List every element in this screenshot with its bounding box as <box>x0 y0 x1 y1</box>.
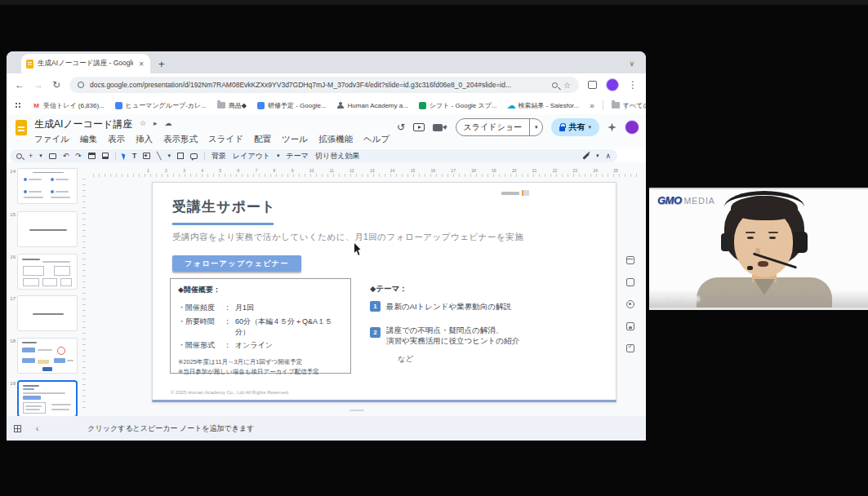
salesforce-cloud-icon: ☁ <box>508 102 515 109</box>
site-info-icon[interactable] <box>78 82 84 88</box>
version-history-icon[interactable]: ↺ <box>397 122 405 133</box>
chrome-menu-icon[interactable]: ⋮ <box>628 79 638 91</box>
cloud-status-icon[interactable]: ☁ <box>165 119 172 127</box>
bookmarks-overflow-icon[interactable]: » <box>590 101 594 110</box>
slide-thumbnail-17[interactable] <box>17 295 78 331</box>
transition-button[interactable]: 切り替え効果 <box>315 151 359 162</box>
insert-image-icon[interactable] <box>143 153 150 159</box>
zoom-in-icon[interactable]: + <box>29 153 33 160</box>
bookmark-salesforce[interactable]: ☁ 検索結果 - Salesfor... <box>508 101 580 110</box>
followup-webinar-button[interactable]: フォローアップウェビナー <box>172 255 301 272</box>
paint-format-icon[interactable] <box>102 153 109 159</box>
profile-avatar[interactable] <box>606 78 619 91</box>
ruler-number: 8 <box>274 168 276 173</box>
slides-logo-icon[interactable] <box>16 120 27 135</box>
slide-thumbnail-14[interactable] <box>17 168 78 204</box>
tab-close-icon[interactable]: × <box>137 60 145 69</box>
pen-dropdown-icon[interactable]: ▾ <box>596 153 599 159</box>
address-input[interactable]: docs.google.com/presentation/d/192Nm7RAM… <box>69 77 579 93</box>
search-icon[interactable] <box>552 82 558 88</box>
meet-camera-icon[interactable] <box>433 124 443 131</box>
redo-icon[interactable]: ↷ <box>75 153 82 160</box>
calendar-panel-icon[interactable] <box>626 256 634 264</box>
menu-edit[interactable]: 編集 <box>80 134 97 145</box>
background-button[interactable]: 背景 <box>211 151 226 162</box>
tasks-panel-icon[interactable] <box>626 300 634 308</box>
browser-tab[interactable]: 生成AIノーコード講座 - Google ス × <box>21 54 150 73</box>
install-icon[interactable] <box>588 81 597 89</box>
zoom-dropdown-icon[interactable]: ▾ <box>39 153 42 159</box>
menu-slide[interactable]: スライド <box>208 134 243 145</box>
menu-arrange[interactable]: 配置 <box>254 134 271 145</box>
headset-earcup-left <box>721 233 731 251</box>
bookmark-calendar[interactable]: ヒューマングループ-カレ... <box>115 101 207 110</box>
contacts-panel-icon[interactable] <box>626 322 634 330</box>
back-icon[interactable]: ← <box>15 79 24 91</box>
overview-box[interactable]: ◆開催概要： ・開催頻度 ： 月1回 ・所要時間 ： 60分（本編４５分＋Q&A… <box>170 278 351 374</box>
slideshow-button[interactable]: スライドショー ▾ <box>456 118 544 136</box>
menu-extensions[interactable]: 拡張機能 <box>318 134 353 145</box>
star-icon[interactable]: ☆ <box>140 119 146 127</box>
ruler-number: 12 <box>349 168 354 173</box>
slide-canvas[interactable]: 受講生サポート 受講内容をより実務で活かしていくために、月1回のフォローアップウ… <box>152 182 617 402</box>
top-strip <box>0 0 868 5</box>
gemini-icon[interactable] <box>608 123 617 132</box>
menu-format[interactable]: 表示形式 <box>163 134 198 145</box>
bookmark-shift-sheet[interactable]: シフト - Google スプ... <box>419 101 497 110</box>
bookmark-human-academy[interactable]: Human Academy a... <box>337 102 408 109</box>
menu-insert[interactable]: 挿入 <box>136 134 153 145</box>
new-tab-button[interactable]: + <box>158 55 165 73</box>
share-dropdown-icon[interactable]: ▾ <box>588 124 591 131</box>
collapse-toolbar-icon[interactable]: ∧ <box>605 153 611 160</box>
slide-lead-text[interactable]: 受講内容をより実務で活かしていくために、月1回のフォローアップウェビナーを実施 <box>172 232 523 243</box>
notes-resize-handle[interactable] <box>349 410 364 411</box>
menu-help[interactable]: ヘルプ <box>363 134 389 145</box>
bookmark-star-icon[interactable]: ☆ <box>563 81 571 90</box>
menu-file[interactable]: ファイル <box>34 134 69 145</box>
reload-icon[interactable]: ↻ <box>52 79 60 91</box>
eyebrow <box>746 232 755 233</box>
bookmark-training[interactable]: 研修予定 - Google... <box>257 101 327 110</box>
slide-thumbnail-18[interactable] <box>17 338 78 374</box>
insert-shape-icon[interactable] <box>177 153 184 159</box>
tab-search-icon[interactable]: ∨ <box>629 60 634 68</box>
menu-tools[interactable]: ツール <box>282 134 308 145</box>
bookmark-folder-products[interactable]: 商品◆ <box>217 101 247 110</box>
layout-button[interactable]: レイアウト <box>233 151 270 162</box>
account-avatar[interactable] <box>625 120 639 135</box>
line-dropdown-icon[interactable]: ▾ <box>168 153 171 159</box>
comment-icon[interactable] <box>190 153 198 159</box>
collapse-filmstrip-icon[interactable]: ‹ <box>36 424 38 433</box>
layout-dropdown-icon[interactable]: ▾ <box>277 153 280 159</box>
move-folder-icon[interactable]: ▸ <box>154 119 158 127</box>
all-bookmarks-button[interactable]: すべてのブックマーク <box>612 101 646 110</box>
insert-line-icon[interactable]: ╲ <box>157 153 161 160</box>
document-title[interactable]: 生成AIノーコード講座 <box>34 117 132 131</box>
slide-thumbnail-16[interactable] <box>17 254 78 290</box>
select-cursor-icon[interactable] <box>121 152 127 160</box>
theme-button[interactable]: テーマ <box>287 151 309 162</box>
bookmark-gmail[interactable]: M 受信トレイ (6,836)... <box>33 101 105 110</box>
slide-number: 19 <box>8 381 16 386</box>
forward-icon[interactable]: → <box>33 79 43 91</box>
menu-view[interactable]: 表示 <box>108 134 125 145</box>
browser-window: 生成AIノーコード講座 - Google ス × + ∨ ← → ↻ docs.… <box>7 51 646 441</box>
speaker-notes-placeholder[interactable]: クリックするとスピーカー ノートを追加できます <box>87 423 254 434</box>
pen-mode-icon[interactable] <box>582 153 589 159</box>
text-box-icon[interactable]: T <box>132 153 136 160</box>
present-icon[interactable] <box>413 123 425 131</box>
slideshow-dropdown[interactable]: ▾ <box>529 119 543 135</box>
fit-frame-icon[interactable] <box>49 153 56 159</box>
undo-icon[interactable]: ↶ <box>63 153 69 160</box>
grid-view-icon[interactable] <box>14 425 21 432</box>
slide-thumbnail-15[interactable] <box>17 211 78 247</box>
keep-panel-icon[interactable] <box>626 278 634 286</box>
slide-thumbnail-19-selected[interactable] <box>17 380 78 418</box>
eyebrow <box>768 232 778 233</box>
menus-search-icon[interactable] <box>16 153 22 159</box>
share-button[interactable]: 共有 ▾ <box>551 118 599 136</box>
apps-grid-icon[interactable] <box>15 102 22 109</box>
maps-panel-icon[interactable] <box>626 344 634 352</box>
slide-title[interactable]: 受講生サポート <box>172 197 276 216</box>
print-icon[interactable] <box>88 153 96 159</box>
